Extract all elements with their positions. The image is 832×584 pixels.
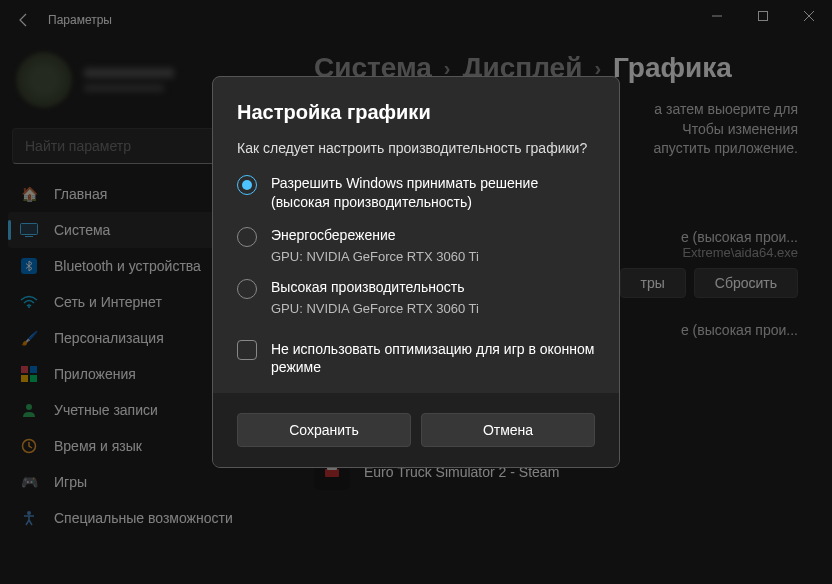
- graphics-preference-dialog: Настройка графики Как следует настроить …: [212, 76, 620, 468]
- radio-option-high-performance[interactable]: Высокая производительность GPU: NVIDIA G…: [237, 278, 595, 316]
- modal-overlay: Настройка графики Как следует настроить …: [0, 0, 832, 584]
- radio-option-windows-decide[interactable]: Разрешить Windows принимать решение (выс…: [237, 174, 595, 212]
- radio-icon: [237, 175, 257, 195]
- radio-gpu-info: GPU: NVIDIA GeForce RTX 3060 Ti: [271, 301, 479, 316]
- radio-icon: [237, 279, 257, 299]
- dialog-title: Настройка графики: [237, 101, 595, 124]
- radio-label: Высокая производительность: [271, 278, 479, 297]
- radio-icon: [237, 227, 257, 247]
- radio-label: Разрешить Windows принимать решение (выс…: [271, 174, 595, 212]
- radio-gpu-info: GPU: NVIDIA GeForce RTX 3060 Ti: [271, 249, 479, 264]
- dialog-subtitle: Как следует настроить производительность…: [237, 140, 595, 156]
- cancel-button[interactable]: Отмена: [421, 413, 595, 447]
- radio-option-power-saving[interactable]: Энергосбережение GPU: NVIDIA GeForce RTX…: [237, 226, 595, 264]
- checkbox-windowed-optimization[interactable]: Не использовать оптимизацию для игр в ок…: [237, 340, 595, 378]
- checkbox-label: Не использовать оптимизацию для игр в ок…: [271, 340, 595, 378]
- checkbox-icon: [237, 340, 257, 360]
- save-button[interactable]: Сохранить: [237, 413, 411, 447]
- radio-label: Энергосбережение: [271, 226, 479, 245]
